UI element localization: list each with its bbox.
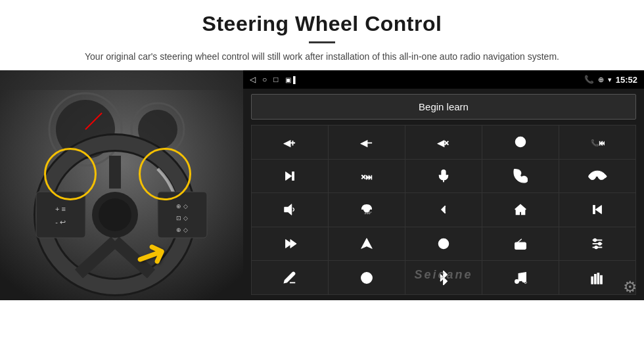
phone-prev-button[interactable]: 📞⏮ [559,125,635,159]
time-display: 15:52 [616,75,637,85]
svg-text:⊕  ◇: ⊕ ◇ [176,203,188,210]
svg-rect-60 [591,277,593,284]
wifi-icon: ▾ [608,76,612,84]
begin-learn-row: Begin learn [243,89,644,125]
page-container: Steering Wheel Control Your original car… [0,0,644,360]
svg-rect-44 [517,244,520,245]
svg-rect-6 [0,70,243,90]
back-button[interactable] [405,193,482,227]
svg-point-43 [522,244,524,247]
dial-button[interactable] [329,261,405,294]
vol-mute-button[interactable]: ◀× [405,125,482,159]
highlight-circle-left [44,148,97,200]
home-nav-icon[interactable]: ○ [262,75,267,84]
begin-learn-button[interactable]: Begin learn [251,94,636,120]
vol-up-button[interactable]: ◀+ [252,125,328,159]
page-title: Steering Wheel Control [39,12,605,36]
svg-rect-62 [597,273,599,284]
hang-up-button[interactable] [559,160,635,193]
back-nav-icon[interactable]: ◁ [250,75,256,84]
svg-point-57 [515,279,519,283]
recents-nav-icon[interactable]: □ [273,75,278,84]
header-section: Steering Wheel Control Your original car… [0,0,644,70]
svg-text:◀×: ◀× [438,138,449,148]
svg-rect-35 [593,206,595,214]
car-image-section: + ≡ - ↩ ⊕ ◇ ⊡ ◇ ⊕ ◇ ➜ [0,70,243,300]
svg-marker-38 [290,240,296,248]
status-left: ◁ ○ □ ▣▐ [250,75,296,84]
fast-prev-button[interactable]: ✕⏭ [329,160,405,193]
settings-gear-button[interactable]: ⚙ [623,278,637,296]
svg-point-41 [442,242,446,246]
phone-answer-button[interactable] [482,160,559,193]
subtitle-text: Your original car's steering wheel contr… [59,50,585,64]
svg-text:360°: 360° [364,212,371,215]
location-icon: ⊕ [598,76,604,84]
mic-button[interactable] [405,160,482,193]
skip-back-button[interactable] [559,193,635,227]
svg-text:◀+: ◀+ [284,138,296,148]
svg-rect-0 [0,70,243,300]
svg-marker-32 [285,204,292,215]
content-area: + ≡ - ↩ ⊕ ◇ ⊡ ◇ ⊕ ◇ ➜ ◁ [0,70,644,360]
next-track-button[interactable] [252,160,328,193]
svg-text:+  ≡: + ≡ [55,205,66,213]
svg-marker-27 [286,171,292,180]
svg-point-49 [599,242,601,245]
svg-text:📞⏮: 📞⏮ [591,139,605,147]
svg-point-13 [99,198,131,231]
svg-rect-63 [601,275,603,284]
highlight-circle-right [139,148,191,200]
radio-button[interactable] [482,227,559,261]
svg-text:⊡  ◇: ⊡ ◇ [176,215,188,221]
pen-button[interactable] [252,261,328,294]
svg-point-52 [365,276,369,280]
status-right: 📞 ⊕ ▾ 15:52 [584,75,637,85]
eq-sliders-button[interactable] [559,227,635,261]
source-button[interactable] [405,227,482,261]
fast-forward-button[interactable] [252,227,328,261]
power-button[interactable] [482,125,559,159]
music-settings-button[interactable]: ⚙ [482,261,559,294]
svg-rect-28 [292,171,294,180]
svg-text:⊕  ◇: ⊕ ◇ [176,227,188,233]
svg-marker-36 [595,206,601,214]
cam360-button[interactable]: 360° [329,193,405,227]
svg-text:-  ↩: - ↩ [55,218,66,226]
svg-point-50 [595,246,597,249]
svg-marker-39 [361,238,373,249]
status-bar: ◁ ○ □ ▣▐ 📞 ⊕ ▾ 15:52 [243,70,644,89]
control-button-grid: ◀+ ◀− ◀× 📞⏮ [251,125,636,295]
svg-text:⚙: ⚙ [524,280,527,284]
svg-text:✕⏭: ✕⏭ [361,173,373,180]
phone-status-icon: 📞 [584,75,594,84]
title-divider [309,41,335,43]
signal-icon: ▣▐ [285,76,296,83]
nav-button[interactable] [329,227,405,261]
bluetooth-button[interactable] [405,261,482,294]
svg-rect-61 [594,274,596,284]
car-photo: + ≡ - ↩ ⊕ ◇ ⊡ ◇ ⊕ ◇ ➜ [0,70,243,300]
vol-down-button[interactable]: ◀− [329,125,405,159]
horn-button[interactable] [252,193,328,227]
svg-text:◀−: ◀− [361,138,373,148]
home-button[interactable] [482,193,559,227]
svg-point-48 [594,239,597,242]
head-unit-section: ◁ ○ □ ▣▐ 📞 ⊕ ▾ 15:52 Begin learn [243,70,644,300]
